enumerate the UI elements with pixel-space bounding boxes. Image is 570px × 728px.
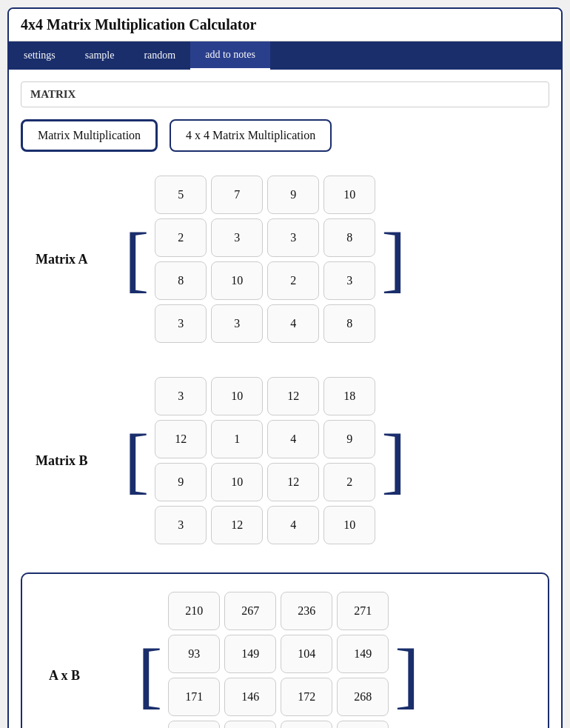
matrix-multiplication-btn[interactable]: Matrix Multiplication [21, 119, 158, 152]
result-box: A x B [ 21026723627193149104149171146172… [21, 572, 549, 728]
result-cell: 268 [337, 678, 389, 716]
matrix-a-cell[interactable]: 10 [211, 261, 263, 300]
matrix-a-cell[interactable]: 8 [155, 261, 207, 300]
result-cell: 149 [337, 635, 389, 673]
content-area: MATRIX Matrix Multiplication 4 x 4 Matri… [9, 70, 561, 728]
matrix-b-cell[interactable]: 3 [155, 506, 207, 544]
bracket-right-result: ] [395, 638, 419, 712]
matrix-b-cell[interactable]: 12 [267, 377, 319, 415]
matrix-b-cell[interactable]: 10 [211, 463, 263, 501]
result-cell: 172 [281, 678, 332, 716]
4x4-matrix-btn[interactable]: 4 x 4 Matrix Multiplication [170, 119, 332, 152]
result-label: A x B [34, 668, 123, 684]
result-cell: 149 [224, 635, 276, 673]
result-cell: 210 [168, 592, 220, 630]
matrix-b-label: Matrix B [21, 453, 110, 469]
page-title: 4x4 Matrix Multiplication Calculator [21, 16, 256, 33]
matrix-a-cell[interactable]: 7 [211, 176, 263, 214]
matrix-b-cell[interactable]: 4 [267, 506, 319, 544]
matrix-a-cell[interactable]: 10 [323, 176, 375, 214]
result-cell: 146 [224, 678, 276, 716]
result-grid: 2102672362719314910414917114617226810516… [162, 586, 395, 728]
matrix-a-cell[interactable]: 9 [267, 176, 319, 214]
matrix-a-bracket: [ 579102338810233348 ] [124, 170, 406, 349]
matrix-b-cell[interactable]: 9 [155, 463, 207, 501]
matrix-b-section: Matrix B [ 310121812149910122312410 ] [21, 371, 549, 550]
result-cell: 169 [224, 721, 276, 728]
bracket-right-a: ] [381, 222, 406, 296]
matrix-a-cell[interactable]: 2 [267, 261, 319, 300]
matrix-b-cell[interactable]: 12 [155, 420, 207, 458]
matrix-b-cell[interactable]: 10 [211, 377, 263, 415]
matrix-b-cell[interactable]: 12 [267, 463, 319, 501]
matrix-b-cell[interactable]: 4 [267, 420, 319, 458]
nav-random[interactable]: random [129, 41, 190, 70]
title-bar: 4x4 Matrix Multiplication Calculator [9, 9, 561, 41]
nav-bar: settings sample random add to notes [9, 41, 561, 70]
matrix-b-grid: 310121812149910122312410 [149, 371, 381, 550]
section-label: MATRIX [21, 81, 549, 107]
matrix-a-cell[interactable]: 5 [155, 176, 207, 214]
matrix-b-cell[interactable]: 9 [323, 420, 375, 458]
matrix-a-cell[interactable]: 8 [323, 218, 375, 257]
result-cell: 105 [168, 721, 220, 728]
matrix-a-cell[interactable]: 3 [323, 261, 375, 300]
bracket-left-result: [ [138, 638, 162, 712]
matrix-a-grid: 579102338810233348 [149, 170, 381, 349]
result-cell: 128 [281, 721, 332, 728]
result-cell: 93 [168, 635, 220, 673]
app-container: 4x4 Matrix Multiplication Calculator set… [7, 7, 563, 728]
result-cell: 169 [337, 721, 389, 728]
nav-settings[interactable]: settings [9, 41, 70, 70]
matrix-b-cell[interactable]: 10 [323, 506, 375, 544]
result-cell: 271 [337, 592, 389, 630]
matrix-a-cell[interactable]: 4 [267, 304, 319, 343]
bracket-right-b: ] [381, 424, 406, 498]
nav-add-to-notes[interactable]: add to notes [190, 41, 270, 70]
matrix-a-cell[interactable]: 2 [155, 218, 207, 257]
matrix-b-cell[interactable]: 12 [211, 506, 263, 544]
result-section: A x B [ 21026723627193149104149171146172… [34, 586, 536, 728]
matrix-b-cell[interactable]: 2 [323, 463, 375, 501]
button-row: Matrix Multiplication 4 x 4 Matrix Multi… [21, 119, 549, 152]
matrix-a-cell[interactable]: 3 [211, 218, 263, 257]
result-cell: 171 [168, 678, 220, 716]
result-cell: 104 [281, 635, 332, 673]
matrix-a-cell[interactable]: 8 [323, 304, 375, 343]
bracket-left-b: [ [124, 424, 149, 498]
matrix-b-cell[interactable]: 18 [323, 377, 375, 415]
matrix-a-cell[interactable]: 3 [155, 304, 207, 343]
bracket-left-a: [ [124, 222, 149, 296]
matrix-b-bracket: [ 310121812149910122312410 ] [124, 371, 406, 550]
result-cell: 267 [224, 592, 276, 630]
matrix-a-label: Matrix A [21, 252, 110, 267]
matrix-a-cell[interactable]: 3 [267, 218, 319, 257]
result-bracket: [ 21026723627193149104149171146172268105… [138, 586, 420, 728]
result-cell: 236 [281, 592, 332, 630]
matrix-b-cell[interactable]: 3 [155, 377, 207, 415]
nav-sample[interactable]: sample [70, 41, 130, 70]
matrix-a-section: Matrix A [ 579102338810233348 ] [21, 170, 549, 349]
matrix-a-cell[interactable]: 3 [211, 304, 263, 343]
matrix-b-cell[interactable]: 1 [211, 420, 263, 458]
